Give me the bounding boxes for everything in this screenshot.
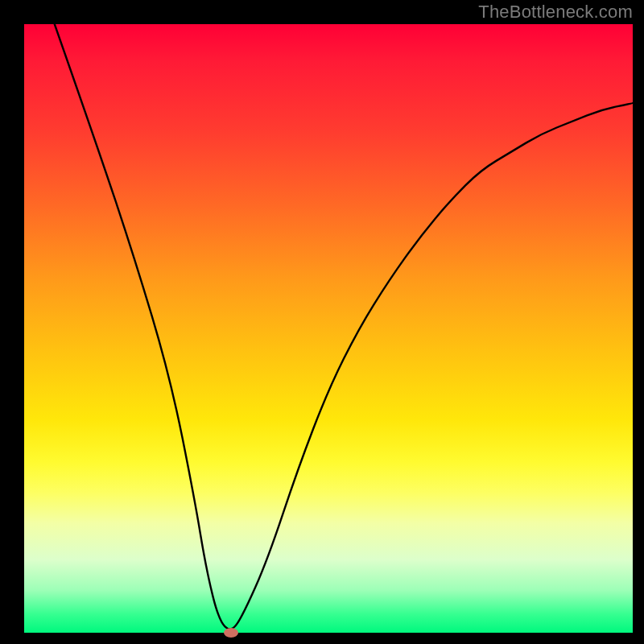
curve-layer [24, 24, 633, 633]
bottleneck-curve [55, 24, 633, 629]
plot-gradient-area [24, 24, 633, 633]
chart-frame: TheBottleneck.com [0, 0, 644, 644]
minimum-marker [224, 628, 238, 638]
watermark-text: TheBottleneck.com [478, 2, 633, 23]
